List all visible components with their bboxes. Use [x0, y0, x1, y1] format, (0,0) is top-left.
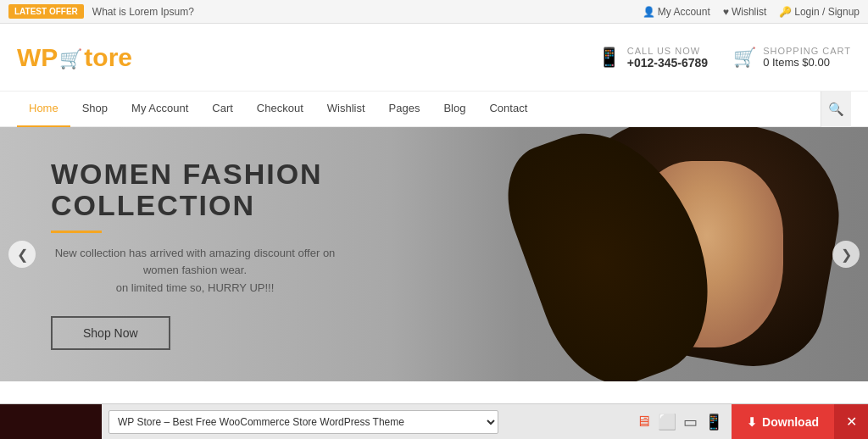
chevron-right-icon: ❯ — [841, 247, 852, 263]
nav-item-my-account[interactable]: My Account — [120, 92, 200, 127]
desktop-icon[interactable]: 🖥 — [636, 413, 651, 431]
nav-links: Home Shop My Account Cart Checkout Wishl… — [17, 92, 539, 127]
top-bar-right: 👤 My Account ♥ Wishlist 🔑 Login / Signup — [643, 6, 860, 18]
nav-item-shop[interactable]: Shop — [70, 92, 120, 127]
nav-item-home[interactable]: Home — [17, 92, 70, 127]
tablet-portrait-icon[interactable]: ▭ — [683, 413, 698, 431]
header-contact-info: CALL US NOW +012-345-6789 — [627, 46, 708, 69]
mobile-icon[interactable]: 📱 — [704, 413, 723, 431]
header: WP🛒tore 📱 CALL US NOW +012-345-6789 🛒 SH… — [0, 24, 868, 92]
header-right: 📱 CALL US NOW +012-345-6789 🛒 SHOPPING C… — [598, 46, 851, 69]
nav-item-checkout[interactable]: Checkout — [245, 92, 315, 127]
nav-item-wishlist[interactable]: Wishlist — [315, 92, 377, 127]
tablet-landscape-icon[interactable]: ⬜ — [658, 413, 676, 431]
theme-select[interactable]: WP Store – Best Free WooCommerce Store W… — [108, 410, 498, 434]
cart-label: SHOPPING CART — [763, 46, 851, 56]
chevron-left-icon: ❮ — [17, 247, 28, 263]
hero-content: WOMEN FASHION COLLECTION New collection … — [0, 158, 492, 350]
hero-subtitle: New collection has arrived with amazing … — [51, 245, 339, 297]
slider-next-button[interactable]: ❯ — [832, 241, 860, 268]
top-bar-marquee: What is Lorem Ipsum? — [92, 6, 194, 18]
nav-item-contact[interactable]: Contact — [477, 92, 539, 127]
top-bar: LATEST OFFER What is Lorem Ipsum? 👤 My A… — [0, 0, 868, 24]
phone-icon: 📱 — [598, 47, 620, 69]
cart-value: 0 Items $0.00 — [763, 56, 851, 69]
search-icon: 🔍 — [828, 102, 844, 117]
download-icon: ⬇ — [747, 415, 757, 429]
device-icons: 🖥 ⬜ ▭ 📱 — [627, 413, 732, 431]
shop-now-button[interactable]: Shop Now — [51, 316, 170, 350]
wishlist-link[interactable]: ♥ Wishlist — [723, 6, 766, 18]
call-label: CALL US NOW — [627, 46, 708, 56]
heart-icon: ♥ — [723, 6, 729, 18]
hero-divider — [51, 231, 102, 233]
call-number: +012-345-6789 — [627, 56, 708, 69]
hero-slider: ❮ WOMEN FASHION COLLECTION New collectio… — [0, 127, 868, 381]
download-button[interactable]: ⬇ Download — [732, 404, 834, 440]
cart-icon: 🛒 — [733, 47, 756, 69]
user-icon: 👤 — [643, 6, 655, 18]
nav-search-button[interactable]: 🔍 — [821, 92, 851, 127]
preview-thumbnail — [0, 404, 102, 440]
nav-item-cart[interactable]: Cart — [200, 92, 245, 127]
login-icon: 🔑 — [779, 6, 792, 18]
theme-select-wrap: WP Store – Best Free WooCommerce Store W… — [102, 410, 627, 434]
logo[interactable]: WP🛒tore — [17, 43, 132, 72]
latest-offer-badge[interactable]: LATEST OFFER — [8, 4, 84, 19]
header-cart[interactable]: 🛒 SHOPPING CART 0 Items $0.00 — [733, 46, 851, 69]
my-account-link[interactable]: 👤 My Account — [643, 6, 710, 18]
close-icon: ✕ — [846, 414, 857, 430]
slider-prev-button[interactable]: ❮ — [8, 241, 36, 268]
logo-text: WP🛒tore — [17, 43, 132, 72]
nav-item-blog[interactable]: Blog — [431, 92, 477, 127]
nav-bar: Home Shop My Account Cart Checkout Wishl… — [0, 92, 868, 127]
login-link[interactable]: 🔑 Login / Signup — [779, 6, 860, 18]
header-contact: 📱 CALL US NOW +012-345-6789 — [598, 46, 708, 69]
download-label: Download — [762, 415, 819, 429]
bottom-bar: WP Store – Best Free WooCommerce Store W… — [0, 403, 868, 439]
hero-title: WOMEN FASHION COLLECTION — [51, 158, 441, 222]
top-bar-left: LATEST OFFER What is Lorem Ipsum? — [8, 4, 194, 19]
nav-item-pages[interactable]: Pages — [377, 92, 432, 127]
header-cart-info: SHOPPING CART 0 Items $0.00 — [763, 46, 851, 69]
close-button[interactable]: ✕ — [834, 404, 868, 440]
